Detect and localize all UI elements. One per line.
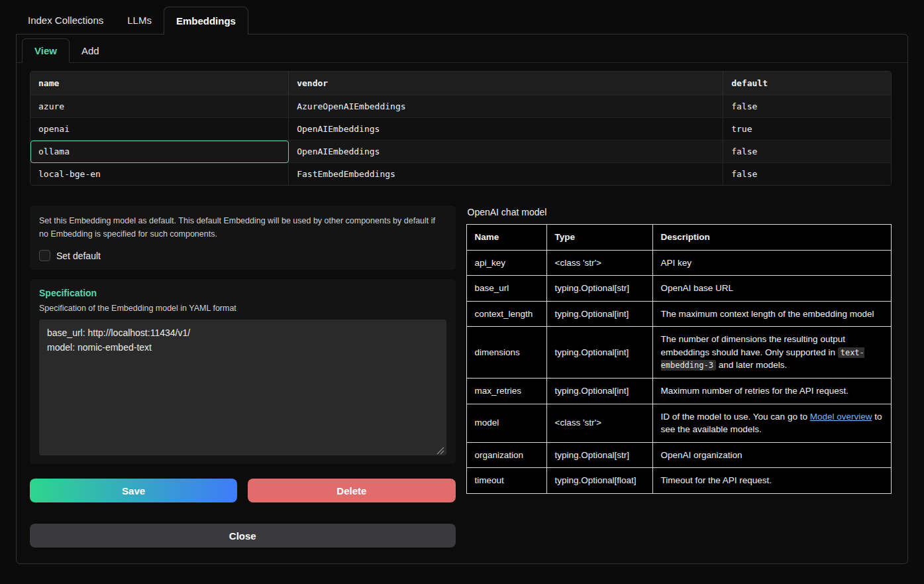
cell-default[interactable]: false	[723, 95, 891, 118]
set-default-checkbox-row[interactable]: Set default	[39, 250, 446, 261]
cell-vendor[interactable]: AzureOpenAIEmbeddings	[289, 95, 723, 118]
tab-view[interactable]: View	[22, 38, 70, 63]
tab-embeddings[interactable]: Embeddings	[164, 7, 248, 34]
model-overview-link[interactable]: Model overview	[810, 412, 872, 422]
schema-row-model: model <class 'str'> ID of the model to u…	[466, 404, 892, 442]
param-name: organization	[466, 442, 546, 468]
set-default-checkbox[interactable]	[39, 250, 50, 261]
table-row-local-bge-en[interactable]: local-bge-en FastEmbedEmbeddings false	[30, 163, 891, 186]
param-type: <class 'str'>	[546, 250, 652, 276]
param-name: base_url	[466, 276, 546, 302]
cell-name[interactable]: local-bge-en	[30, 163, 289, 186]
details-column: Set this Embedding model as default. Thi…	[30, 205, 456, 548]
set-default-block: Set this Embedding model as default. Thi…	[30, 205, 456, 270]
set-default-label: Set default	[56, 251, 101, 261]
schema-header-row: Name Type Description	[466, 225, 892, 251]
specification-block: Specification Specification of the Embed…	[30, 279, 456, 464]
param-description: Maximum number of retries for the API re…	[652, 378, 892, 404]
app-root: Index Collections LLMs Embeddings View A…	[0, 0, 924, 564]
schema-row-context-length: context_length typing.Optional[int] The …	[466, 301, 892, 327]
schema-row-timeout: timeout typing.Optional[float] Timeout f…	[466, 468, 892, 494]
schema-header-name: Name	[466, 225, 546, 251]
description-text: and later models.	[716, 360, 787, 370]
schema-row-max-retries: max_retries typing.Optional[int] Maximum…	[466, 378, 892, 404]
column-header-default: default	[723, 72, 891, 95]
cell-name-selected[interactable]: ollama	[30, 141, 289, 163]
param-type: typing.Optional[float]	[546, 468, 652, 494]
param-description: The maximum context length of the embedd…	[652, 301, 892, 327]
specification-heading: Specification	[39, 288, 446, 298]
inner-tab-bar: View Add	[17, 34, 907, 63]
param-description: OpenAI organization	[652, 442, 892, 468]
resize-handle-icon[interactable]	[436, 445, 444, 453]
param-name: timeout	[466, 468, 546, 494]
table-header-row: name vendor default	[30, 72, 891, 95]
schema-header-type: Type	[546, 225, 652, 251]
param-type: typing.Optional[str]	[546, 442, 652, 468]
column-header-name: name	[30, 72, 289, 95]
param-name: context_length	[466, 301, 546, 327]
param-name: max_retries	[466, 378, 546, 404]
param-description: OpenAI base URL	[652, 276, 892, 302]
yaml-spec-textarea[interactable]: base_url: http://localhost:11434/v1/ mod…	[39, 320, 446, 455]
specification-subtitle: Specification of the Embedding model in …	[39, 304, 446, 313]
schema-row-api-key: api_key <class 'str'> API key	[466, 250, 892, 276]
cell-default[interactable]: false	[723, 141, 891, 163]
param-type: <class 'str'>	[546, 404, 652, 442]
close-button[interactable]: Close	[30, 524, 456, 548]
action-button-row: Save Delete	[30, 479, 456, 502]
schema-table: Name Type Description api_key <class 'st…	[466, 224, 892, 494]
tab-index-collections[interactable]: Index Collections	[16, 7, 115, 34]
cell-vendor[interactable]: OpenAIEmbeddings	[289, 141, 723, 163]
schema-header-description: Description	[652, 225, 892, 251]
schema-column: OpenAI chat model Name Type Description	[466, 205, 892, 494]
table-row-ollama[interactable]: ollama OpenAIEmbeddings false	[30, 141, 891, 163]
schema-row-base-url: base_url typing.Optional[str] OpenAI bas…	[466, 276, 892, 302]
param-name: dimensions	[466, 327, 546, 379]
default-info-text: Set this Embedding model as default. Thi…	[39, 214, 446, 241]
column-header-vendor: vendor	[289, 72, 723, 95]
cell-name[interactable]: openai	[30, 118, 289, 141]
cell-vendor[interactable]: FastEmbedEmbeddings	[289, 163, 723, 186]
tab-add[interactable]: Add	[70, 39, 111, 62]
description-text: ID of the model to use. You can go to	[661, 412, 810, 422]
param-type: typing.Optional[int]	[546, 378, 652, 404]
description-text: The number of dimensions the resulting o…	[661, 334, 845, 357]
param-name: api_key	[466, 250, 546, 276]
panel-content: name vendor default azure AzureOpenAIEmb…	[17, 63, 907, 563]
cell-default[interactable]: true	[723, 118, 891, 141]
embeddings-panel: View Add name vendor default	[16, 34, 908, 564]
schema-row-organization: organization typing.Optional[str] OpenAI…	[466, 442, 892, 468]
cell-name[interactable]: azure	[30, 95, 289, 118]
param-type: typing.Optional[str]	[546, 276, 652, 302]
param-type: typing.Optional[int]	[546, 301, 652, 327]
top-tab-bar: Index Collections LLMs Embeddings	[16, 7, 908, 34]
cell-vendor[interactable]: OpenAIEmbeddings	[289, 118, 723, 141]
schema-panel-title: OpenAI chat model	[468, 207, 892, 217]
embeddings-table-wrap: name vendor default azure AzureOpenAIEmb…	[30, 71, 892, 186]
param-description: ID of the model to use. You can go to Mo…	[652, 404, 892, 442]
tab-llms[interactable]: LLMs	[115, 7, 164, 34]
schema-row-dimensions: dimensions typing.Optional[int] The numb…	[466, 327, 892, 379]
embeddings-table: name vendor default azure AzureOpenAIEmb…	[30, 72, 891, 185]
param-description: Timeout for the API request.	[652, 468, 892, 494]
table-row-openai[interactable]: openai OpenAIEmbeddings true	[30, 118, 891, 141]
param-type: typing.Optional[int]	[546, 327, 652, 379]
table-row-azure[interactable]: azure AzureOpenAIEmbeddings false	[30, 95, 891, 118]
param-description: The number of dimensions the resulting o…	[652, 327, 892, 379]
cell-default[interactable]: false	[723, 163, 891, 186]
param-description: API key	[652, 250, 892, 276]
param-name: model	[466, 404, 546, 442]
save-button[interactable]: Save	[30, 479, 237, 502]
delete-button[interactable]: Delete	[248, 479, 455, 502]
